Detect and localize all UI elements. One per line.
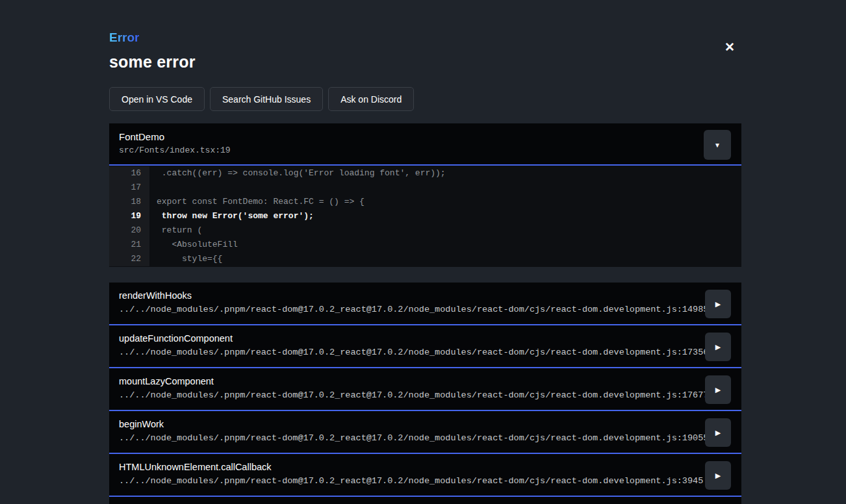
stack-source-path: ../../node_modules/.pnpm/react-dom@17.0.… — [119, 347, 696, 359]
stack-source-path: ../../node_modules/.pnpm/react-dom@17.0.… — [119, 433, 696, 444]
stack-frame-row[interactable]: mountLazyComponent ../../node_modules/.p… — [109, 368, 741, 411]
stack-frame-row[interactable]: beginWork ../../node_modules/.pnpm/react… — [109, 411, 741, 454]
code-line: 20 return ( — [109, 223, 741, 238]
line-code — [149, 181, 157, 195]
stack-function-name: updateFunctionComponent — [119, 333, 696, 345]
line-number: 21 — [109, 238, 149, 252]
code-frame-location: src/Fonts/index.tsx:19 — [119, 145, 731, 157]
open-in-vscode-button[interactable]: Open in VS Code — [109, 87, 205, 111]
expand-frame-button[interactable]: ▶ — [705, 418, 731, 447]
code-frame-panel: FontDemo src/Fonts/index.tsx:19 ▼ 16 .ca… — [109, 123, 741, 267]
stack-frame-row-partial[interactable]: ▶ — [109, 497, 741, 504]
expand-frame-button[interactable]: ▶ — [705, 290, 731, 318]
search-github-issues-button[interactable]: Search GitHub Issues — [210, 87, 323, 111]
line-number: 19 — [109, 209, 149, 223]
error-overlay: Error some error Open in VS Code Search … — [109, 0, 741, 504]
play-icon: ▶ — [715, 429, 721, 436]
line-number: 17 — [109, 181, 149, 195]
line-code: throw new Error('some error'); — [149, 209, 314, 223]
code-frame-header[interactable]: FontDemo src/Fonts/index.tsx:19 ▼ — [109, 123, 741, 166]
code-line-highlighted: 19 throw new Error('some error'); — [109, 209, 741, 223]
stack-frame-row[interactable]: updateFunctionComponent ../../node_modul… — [109, 325, 741, 368]
line-code: export const FontDemo: React.FC = () => … — [149, 195, 365, 209]
line-number: 20 — [109, 223, 149, 238]
code-line: 17 — [109, 181, 741, 195]
stack-function-name: HTMLUnknownElement.callCallback — [119, 461, 696, 473]
code-snippet: 16 .catch((err) => console.log('Error lo… — [109, 166, 741, 267]
stack-source-path: ../../node_modules/.pnpm/react-dom@17.0.… — [119, 475, 696, 487]
stack-frame-list: renderWithHooks ../../node_modules/.pnpm… — [109, 283, 741, 504]
line-code: return ( — [149, 223, 202, 238]
line-code: <AbsoluteFill — [149, 238, 238, 252]
expand-frame-button[interactable]: ▶ — [705, 333, 731, 361]
play-icon: ▶ — [715, 343, 721, 351]
stack-source-path: ../../node_modules/.pnpm/react-dom@17.0.… — [119, 390, 696, 401]
stack-frame-row[interactable]: renderWithHooks ../../node_modules/.pnpm… — [109, 283, 741, 325]
play-icon: ▶ — [715, 300, 721, 308]
play-icon: ▶ — [715, 386, 721, 394]
stack-function-name: renderWithHooks — [119, 290, 696, 302]
code-line: 22 style={{ — [109, 252, 741, 266]
stack-function-name: beginWork — [119, 418, 696, 431]
collapse-frame-button[interactable]: ▼ — [704, 130, 731, 160]
code-line: 16 .catch((err) => console.log('Error lo… — [109, 166, 741, 181]
error-type-label: Error — [109, 31, 139, 45]
stack-frame-row[interactable]: HTMLUnknownElement.callCallback ../../no… — [109, 454, 741, 497]
ask-on-discord-button[interactable]: Ask on Discord — [328, 87, 414, 111]
stack-function-name: mountLazyComponent — [119, 375, 696, 388]
line-code: .catch((err) => console.log('Error loadi… — [149, 166, 446, 181]
line-number: 22 — [109, 252, 149, 266]
code-frame-title: FontDemo — [119, 131, 731, 144]
expand-frame-button[interactable]: ▶ — [705, 461, 731, 490]
line-number: 16 — [109, 166, 149, 181]
play-icon: ▶ — [715, 472, 721, 479]
error-message: some error — [109, 53, 741, 71]
expand-frame-button[interactable]: ▶ — [705, 375, 731, 404]
action-button-row: Open in VS Code Search GitHub Issues Ask… — [109, 87, 741, 111]
code-line: 18 export const FontDemo: React.FC = () … — [109, 195, 741, 209]
stack-source-path: ../../node_modules/.pnpm/react-dom@17.0.… — [119, 304, 696, 316]
line-code: style={{ — [149, 252, 222, 266]
line-number: 18 — [109, 195, 149, 209]
code-line: 21 <AbsoluteFill — [109, 238, 741, 252]
chevron-down-icon: ▼ — [714, 142, 721, 149]
